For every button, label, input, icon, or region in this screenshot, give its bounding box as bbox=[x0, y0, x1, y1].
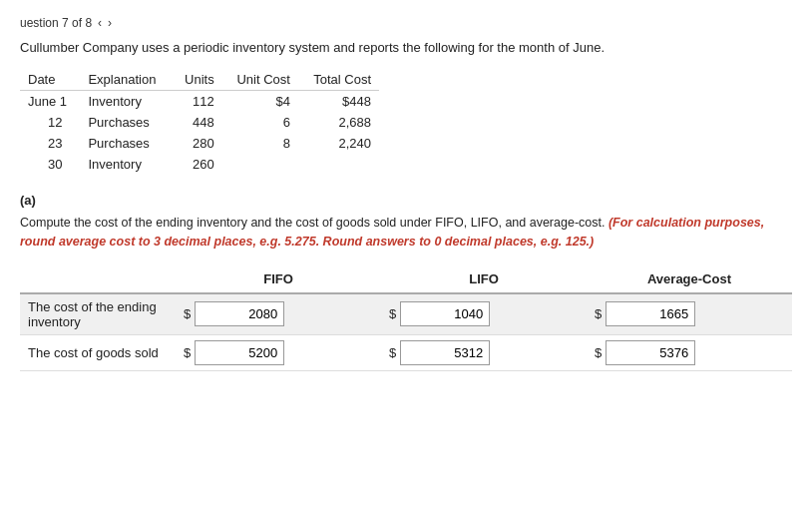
avg-ending-input[interactable] bbox=[606, 301, 695, 326]
col-units: Units bbox=[173, 69, 222, 91]
nav-arrow-left[interactable]: ‹ bbox=[98, 16, 102, 30]
lifo-ending-input[interactable] bbox=[400, 301, 490, 326]
methods-header-lifo: LIFO bbox=[381, 265, 587, 293]
table-row: 30 Inventory 260 bbox=[20, 154, 379, 175]
col-total-cost: Total Cost bbox=[298, 69, 379, 91]
methods-header-avg: Average-Cost bbox=[587, 265, 792, 293]
ending-inventory-label-2: inventory bbox=[28, 314, 81, 329]
methods-header-fifo: FIFO bbox=[176, 265, 381, 293]
table-row: June 1 Inventory 112 $4 $448 bbox=[20, 91, 379, 113]
section-a-label: (a) bbox=[20, 193, 792, 208]
col-date: Date bbox=[20, 69, 80, 91]
avg-sold-dollar: $ bbox=[595, 345, 602, 360]
fifo-sold-dollar: $ bbox=[184, 345, 191, 360]
col-explanation: Explanation bbox=[80, 69, 172, 91]
inventory-table: Date Explanation Units Unit Cost Total C… bbox=[20, 69, 379, 175]
avg-ending-dollar: $ bbox=[595, 306, 602, 321]
table-row: 23 Purchases 280 8 2,240 bbox=[20, 133, 379, 154]
intro-text: Cullumber Company uses a periodic invent… bbox=[20, 40, 792, 55]
instruction-main: Compute the cost of the ending inventory… bbox=[20, 216, 605, 230]
fifo-ending-dollar: $ bbox=[184, 306, 191, 321]
table-row: 12 Purchases 448 6 2,688 bbox=[20, 112, 379, 133]
lifo-sold-input[interactable] bbox=[400, 340, 490, 365]
fifo-sold-input[interactable] bbox=[195, 340, 284, 365]
ending-inventory-label-1: The cost of the ending bbox=[28, 299, 157, 314]
nav-label: uestion 7 of 8 bbox=[20, 16, 92, 30]
ending-inventory-row: The cost of the ending inventory $ $ bbox=[20, 293, 792, 335]
avg-sold-input[interactable] bbox=[606, 340, 695, 365]
goods-sold-row: The cost of goods sold $ $ $ bbox=[20, 334, 792, 370]
fifo-ending-input[interactable] bbox=[195, 301, 284, 326]
methods-header-empty bbox=[20, 265, 176, 293]
nav-arrow-right[interactable]: › bbox=[108, 16, 112, 30]
col-unit-cost: Unit Cost bbox=[222, 69, 298, 91]
methods-table: FIFO LIFO Average-Cost The cost of the e… bbox=[20, 265, 792, 371]
instruction-text: Compute the cost of the ending inventory… bbox=[20, 214, 792, 252]
lifo-ending-dollar: $ bbox=[389, 306, 396, 321]
goods-sold-label: The cost of goods sold bbox=[28, 345, 159, 360]
question-nav: uestion 7 of 8 ‹ › bbox=[20, 16, 792, 30]
lifo-sold-dollar: $ bbox=[389, 345, 396, 360]
